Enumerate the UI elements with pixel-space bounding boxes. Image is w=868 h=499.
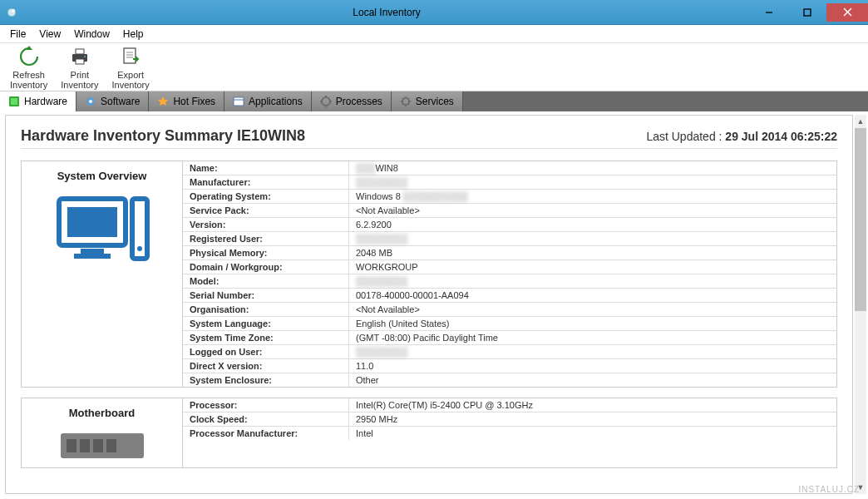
tab-hotfixes[interactable]: Hot Fixes [149,91,224,111]
export-inventory-button[interactable]: Export Inventory [106,43,156,91]
property-label: Clock Speed: [183,413,349,426]
property-row: Operating System:Windows 8 ██████████ [183,190,836,204]
last-updated-label: Last Updated : [646,130,725,143]
printer-icon [68,45,91,68]
property-label: Domain / Workgroup: [183,260,349,274]
tab-services[interactable]: Services [392,91,463,111]
last-updated-value: 29 Jul 2014 06:25:22 [725,130,837,143]
property-value: Other [349,373,836,387]
property-row: Direct X version:11.0 [183,359,836,373]
refresh-icon [17,45,41,68]
hardware-icon [8,96,20,107]
refresh-inventory-button[interactable]: Refresh Inventory [3,43,54,91]
tab-label: Processes [336,96,382,107]
scroll-up-button[interactable]: ▲ [855,115,866,128]
tab-software[interactable]: Software [76,91,149,111]
property-row: System Language:English (United States) [183,317,836,331]
property-label: System Language: [183,317,349,330]
svg-point-0 [7,8,16,17]
menu-view[interactable]: View [32,27,67,42]
tab-label: Services [416,96,454,107]
svg-rect-31 [93,439,103,452]
property-value: <Not Available> [349,204,836,217]
property-label: Model: [183,274,349,288]
scroll-down-button[interactable]: ▼ [855,481,866,494]
svg-rect-30 [80,439,90,452]
property-row: Processor:Intel(R) Core(TM) i5-2400 CPU … [183,398,836,413]
tab-processes[interactable]: Processes [312,91,392,111]
property-row: Manufacturer:████████ [183,175,836,190]
tab-label: Hot Fixes [173,96,215,107]
tabstrip: Hardware Software Hot Fixes Applications… [0,91,868,111]
property-label: Name: [183,161,349,175]
toolbar-label: Inventory [112,80,150,90]
svg-rect-25 [74,254,111,259]
toolbar-label: Export [117,70,144,80]
property-label: Direct X version: [183,359,349,373]
menu-help[interactable]: Help [116,27,150,42]
property-list: Processor:Intel(R) Core(TM) i5-2400 CPU … [183,398,836,467]
print-inventory-button[interactable]: Print Inventory [54,43,105,91]
property-label: Organisation: [183,303,349,316]
property-row: System Enclosure:Other [183,373,836,387]
applications-icon [233,96,244,107]
property-label: Logged on User: [183,345,349,358]
section-sidebar: Motherboard [22,398,183,467]
section: System OverviewName:███WIN8Manufacturer:… [21,161,837,388]
property-value: 11.0 [349,359,836,373]
property-row: Model:████████ [183,274,836,289]
property-row: Logged on User:████████ [183,345,836,359]
minimize-button[interactable] [750,3,788,22]
hotfix-icon [157,96,169,107]
app-icon [5,6,18,19]
processes-icon [320,96,332,107]
property-label: Operating System: [183,190,349,203]
property-label: Physical Memory: [183,246,349,259]
property-value: ████████ [349,175,836,189]
scroll-thumb[interactable] [855,128,866,311]
menu-window[interactable]: Window [67,27,116,42]
property-row: Name:███WIN8 [183,161,836,175]
property-value: WORKGROUP [349,260,836,274]
svg-point-1 [12,9,15,12]
window-controls [750,3,868,22]
motherboard-icon [27,429,177,462]
property-row: Physical Memory:2048 MB [183,246,836,260]
property-value: (GMT -08:00) Pacific Daylight Time [349,331,836,344]
vertical-scrollbar[interactable]: ▲ ▼ [855,115,866,494]
tab-applications[interactable]: Applications [224,91,312,111]
property-row: Organisation:<Not Available> [183,303,836,317]
computer-icon [27,192,177,267]
content-area: Hardware Inventory Summary IE10WIN8 Last… [0,111,868,499]
property-value: 6.2.9200 [349,218,836,231]
maximize-button[interactable] [788,3,826,22]
tab-hardware[interactable]: Hardware [0,91,76,111]
property-label: Processor Manufacturer: [183,427,349,440]
property-value: 2048 MB [349,246,836,259]
toolbar: Refresh Inventory Print Inventory Export… [0,43,868,91]
svg-rect-8 [76,59,84,64]
svg-point-17 [89,100,92,103]
property-value: ████████ [349,345,836,358]
svg-rect-23 [67,207,117,237]
property-row: Service Pack:<Not Available> [183,204,836,218]
tab-label: Applications [249,96,303,107]
property-label: System Time Zone: [183,331,349,344]
property-row: Version:6.2.9200 [183,218,836,232]
section-sidebar: System Overview [22,161,183,387]
toolbar-label: Refresh [12,70,45,80]
content-panel: Hardware Inventory Summary IE10WIN8 Last… [5,115,853,494]
menu-file[interactable]: File [3,27,32,42]
property-value: <Not Available> [349,303,836,316]
property-value: ████████ [349,232,836,245]
property-list: Name:███WIN8Manufacturer:████████Operati… [183,161,836,387]
property-row: Processor Manufacturer:Intel [183,427,836,440]
close-button[interactable] [826,3,868,22]
last-updated: Last Updated : 29 Jul 2014 06:25:22 [646,130,837,143]
property-value: Windows 8 ██████████ [349,190,836,203]
property-label: System Enclosure: [183,373,349,387]
property-value: 2950 MHz [349,413,836,426]
svg-point-9 [84,56,86,57]
svg-rect-7 [76,49,84,54]
toolbar-label: Inventory [61,80,98,90]
